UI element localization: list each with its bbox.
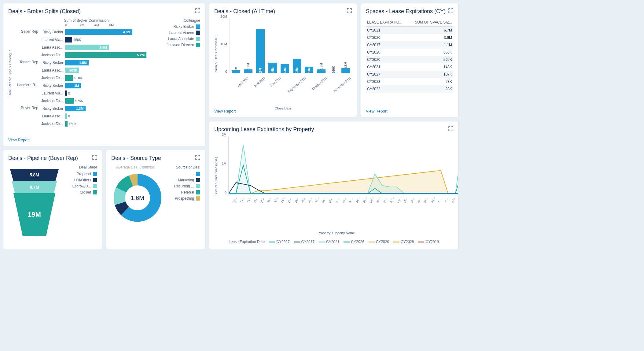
bar[interactable]: [65, 91, 67, 96]
table-row[interactable]: CY20263.6M: [366, 34, 453, 41]
bar-plot: 1M1.3M16M3.8M3.3M5.2M2.3M1.3M160K1.8M: [230, 18, 352, 73]
y-ticks: 010M20M: [219, 18, 228, 73]
view-report-link[interactable]: View Report: [8, 138, 30, 142]
card-title: Spaces - Lease Expirations (CY): [366, 8, 453, 15]
view-report-link[interactable]: View Report: [214, 109, 236, 113]
funnel-segment[interactable]: 19M: [13, 193, 55, 236]
legend: Source of Deal -MarketingRecurring ...Re…: [164, 165, 200, 224]
row-name: Jackson Dir...: [41, 122, 65, 126]
bar[interactable]: 1.3M: [244, 69, 252, 73]
bar[interactable]: 160K: [329, 73, 338, 73]
bar[interactable]: 1M: [65, 83, 81, 88]
legend-item[interactable]: -: [164, 172, 200, 176]
bar[interactable]: [65, 37, 72, 42]
bar[interactable]: 3.8M: [268, 63, 277, 73]
legend-title: Colleague: [163, 18, 200, 23]
funnel-chart: 5.8M 8.7M 19M: [8, 169, 61, 236]
legend-item[interactable]: Laurent Viaene: [163, 31, 200, 35]
expand-icon[interactable]: [195, 8, 200, 13]
legend-item[interactable]: CY2019: [418, 240, 439, 244]
bar[interactable]: 4.3M: [65, 29, 132, 35]
y-ticks: 01M2M: [219, 136, 228, 194]
legend-item[interactable]: Jackson Director: [163, 43, 200, 47]
group-label: Landlord R...: [14, 83, 38, 87]
bar[interactable]: 5.2M: [65, 52, 146, 58]
legend-item[interactable]: Prospecting: [164, 196, 200, 201]
legend-item[interactable]: CY2026: [344, 240, 364, 244]
lease-table: LEASE EXPIRATIO... SUM OF SPACE SIZ... C…: [366, 18, 453, 93]
legend-item[interactable]: Escrow/D...: [61, 184, 97, 188]
legend-item[interactable]: CY2021: [319, 240, 339, 244]
legend-item[interactable]: CY2020: [369, 240, 389, 244]
row-name: Ricky Broker: [41, 61, 65, 65]
legend-item[interactable]: Marketing: [164, 178, 200, 182]
row-name: Jackson Dir...: [41, 76, 65, 80]
bar[interactable]: 1.8M: [341, 68, 350, 73]
bar[interactable]: 2.8M: [65, 45, 109, 50]
bar[interactable]: 1.3M: [65, 106, 86, 111]
bar[interactable]: 2.3M: [305, 67, 313, 73]
group-label: Tenant Rep: [14, 60, 38, 64]
expand-icon[interactable]: [448, 8, 453, 13]
legend-item[interactable]: CY2027: [269, 240, 289, 244]
legend-item[interactable]: CY2028: [393, 240, 414, 244]
table-row[interactable]: CY2031148K: [366, 63, 453, 71]
donut-subtitle: Average Deal Commissi...: [111, 165, 164, 169]
legend-label: Lease Expiration Date: [229, 240, 265, 244]
bar[interactable]: [65, 75, 73, 81]
legend-item[interactable]: LOI/Offers: [61, 178, 97, 182]
bar[interactable]: [65, 98, 74, 104]
col-header[interactable]: LEASE EXPIRATIO...: [366, 18, 408, 27]
bar-row: Laura Asso...903K: [14, 66, 159, 74]
legend-item[interactable]: Referral: [164, 190, 200, 194]
expand-icon[interactable]: [448, 126, 453, 131]
bar[interactable]: [65, 121, 68, 127]
bar[interactable]: 3.3M: [281, 64, 289, 73]
bar[interactable]: [65, 113, 67, 119]
table-row[interactable]: CY20216.7M: [366, 27, 453, 34]
bar[interactable]: 1M: [232, 70, 240, 73]
funnel-segment[interactable]: 8.7M: [12, 181, 57, 193]
y-axis-label: Deal: Record Type > Colleague: [8, 18, 12, 127]
legend-item[interactable]: Recurring ...: [164, 184, 200, 188]
group-label: Seller Rep: [14, 29, 38, 34]
legend-item[interactable]: CY2017: [294, 240, 315, 244]
table-row[interactable]: CY2020269K: [366, 56, 453, 63]
col-header[interactable]: SUM OF SPACE SIZ...: [408, 18, 453, 27]
row-name: Ricky Broker: [41, 83, 65, 88]
bar-row: Laura Asso...2.8M: [14, 43, 159, 51]
card-title: Deals - Broker Splits (Closed): [8, 8, 200, 15]
card-title: Deals - Closed (All Time): [214, 8, 352, 15]
table-row[interactable]: CY20171.1M: [366, 41, 453, 49]
row-name: Ricky Broker: [41, 30, 65, 34]
table-row[interactable]: CY202323K: [366, 78, 453, 85]
card-closed-all-time: Deals - Closed (All Time) Sum of Deal Co…: [209, 3, 357, 117]
expand-icon[interactable]: [347, 8, 352, 13]
expand-icon[interactable]: [195, 155, 200, 160]
row-name: Laura Asso...: [41, 45, 65, 50]
row-name: Laura Asso...: [41, 68, 65, 72]
bar-row: Laura Asso...0: [14, 112, 159, 120]
bar[interactable]: 1.5M: [65, 60, 89, 65]
table-row[interactable]: CY2027107K: [366, 71, 453, 78]
legend: Lease Expiration Date CY2027CY2017CY2021…: [214, 240, 453, 244]
donut-chart: 1.6M: [112, 172, 164, 224]
legend-item[interactable]: Proposal: [61, 172, 97, 176]
bar[interactable]: 16M: [256, 29, 265, 73]
table-row[interactable]: CY202223K: [366, 85, 453, 93]
expand-icon[interactable]: [92, 155, 97, 160]
row-name: Ricky Broker: [41, 106, 65, 111]
bar[interactable]: 1.3M: [317, 69, 326, 73]
card-source-type: Deals - Source Type Average Deal Commiss…: [106, 150, 205, 249]
group-label: Buyer Rep: [14, 106, 38, 110]
legend-item[interactable]: Ricky Broker: [163, 24, 200, 29]
table-row[interactable]: CY2028853K: [366, 49, 453, 56]
bar[interactable]: 903K: [65, 68, 79, 73]
legend-item[interactable]: Closed: [61, 190, 97, 194]
card-upcoming-lease: Upcoming Lease Expirations by Property S…: [209, 121, 458, 249]
bar[interactable]: 5.2M: [293, 59, 301, 73]
legend-item[interactable]: Laura Associate: [163, 37, 200, 41]
bar-row: Laurent Via...450K: [14, 36, 159, 43]
view-report-link[interactable]: View Report: [366, 109, 388, 113]
funnel-segment[interactable]: 5.8M: [10, 169, 59, 181]
